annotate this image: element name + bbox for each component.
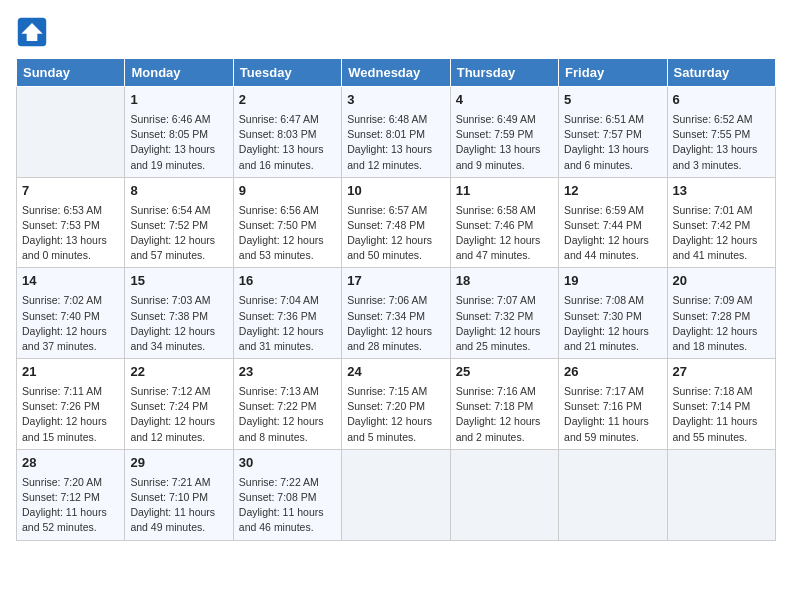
sunrise-text: Sunrise: 6:46 AM [130,112,227,127]
col-header-friday: Friday [559,59,667,87]
sunset-text: Sunset: 7:28 PM [673,309,770,324]
col-header-saturday: Saturday [667,59,775,87]
daylight-text: Daylight: 11 hours and 52 minutes. [22,505,119,535]
sunset-text: Sunset: 7:20 PM [347,399,444,414]
day-number: 23 [239,363,336,382]
sunset-text: Sunset: 7:42 PM [673,218,770,233]
day-cell: 7Sunrise: 6:53 AMSunset: 7:53 PMDaylight… [17,177,125,268]
daylight-text: Daylight: 12 hours and 41 minutes. [673,233,770,263]
day-cell: 15Sunrise: 7:03 AMSunset: 7:38 PMDayligh… [125,268,233,359]
day-cell: 26Sunrise: 7:17 AMSunset: 7:16 PMDayligh… [559,359,667,450]
day-cell: 9Sunrise: 6:56 AMSunset: 7:50 PMDaylight… [233,177,341,268]
sunrise-text: Sunrise: 6:58 AM [456,203,553,218]
sunrise-text: Sunrise: 6:48 AM [347,112,444,127]
day-cell: 25Sunrise: 7:16 AMSunset: 7:18 PMDayligh… [450,359,558,450]
daylight-text: Daylight: 12 hours and 8 minutes. [239,414,336,444]
day-number: 28 [22,454,119,473]
col-header-thursday: Thursday [450,59,558,87]
sunrise-text: Sunrise: 6:54 AM [130,203,227,218]
sunset-text: Sunset: 7:14 PM [673,399,770,414]
day-number: 16 [239,272,336,291]
sunrise-text: Sunrise: 7:06 AM [347,293,444,308]
sunset-text: Sunset: 7:57 PM [564,127,661,142]
daylight-text: Daylight: 12 hours and 28 minutes. [347,324,444,354]
daylight-text: Daylight: 12 hours and 15 minutes. [22,414,119,444]
day-number: 9 [239,182,336,201]
sunrise-text: Sunrise: 6:49 AM [456,112,553,127]
daylight-text: Daylight: 13 hours and 19 minutes. [130,142,227,172]
daylight-text: Daylight: 12 hours and 37 minutes. [22,324,119,354]
sunset-text: Sunset: 7:59 PM [456,127,553,142]
day-cell: 19Sunrise: 7:08 AMSunset: 7:30 PMDayligh… [559,268,667,359]
day-number: 2 [239,91,336,110]
sunset-text: Sunset: 7:26 PM [22,399,119,414]
sunset-text: Sunset: 8:01 PM [347,127,444,142]
sunrise-text: Sunrise: 6:59 AM [564,203,661,218]
sunset-text: Sunset: 7:44 PM [564,218,661,233]
day-cell: 11Sunrise: 6:58 AMSunset: 7:46 PMDayligh… [450,177,558,268]
day-cell: 3Sunrise: 6:48 AMSunset: 8:01 PMDaylight… [342,87,450,178]
sunset-text: Sunset: 7:53 PM [22,218,119,233]
sunset-text: Sunset: 7:34 PM [347,309,444,324]
day-cell: 1Sunrise: 6:46 AMSunset: 8:05 PMDaylight… [125,87,233,178]
sunset-text: Sunset: 7:50 PM [239,218,336,233]
sunset-text: Sunset: 7:46 PM [456,218,553,233]
day-cell: 27Sunrise: 7:18 AMSunset: 7:14 PMDayligh… [667,359,775,450]
sunrise-text: Sunrise: 7:02 AM [22,293,119,308]
sunset-text: Sunset: 7:52 PM [130,218,227,233]
sunrise-text: Sunrise: 7:03 AM [130,293,227,308]
day-cell: 30Sunrise: 7:22 AMSunset: 7:08 PMDayligh… [233,449,341,540]
day-cell [450,449,558,540]
sunset-text: Sunset: 7:32 PM [456,309,553,324]
day-cell: 21Sunrise: 7:11 AMSunset: 7:26 PMDayligh… [17,359,125,450]
sunrise-text: Sunrise: 7:21 AM [130,475,227,490]
daylight-text: Daylight: 13 hours and 16 minutes. [239,142,336,172]
day-cell: 16Sunrise: 7:04 AMSunset: 7:36 PMDayligh… [233,268,341,359]
sunset-text: Sunset: 7:36 PM [239,309,336,324]
sunset-text: Sunset: 7:18 PM [456,399,553,414]
day-number: 10 [347,182,444,201]
day-cell: 12Sunrise: 6:59 AMSunset: 7:44 PMDayligh… [559,177,667,268]
sunrise-text: Sunrise: 7:11 AM [22,384,119,399]
col-header-tuesday: Tuesday [233,59,341,87]
day-number: 15 [130,272,227,291]
sunset-text: Sunset: 7:38 PM [130,309,227,324]
daylight-text: Daylight: 13 hours and 0 minutes. [22,233,119,263]
day-number: 13 [673,182,770,201]
day-number: 14 [22,272,119,291]
logo-icon [16,16,48,48]
daylight-text: Daylight: 11 hours and 55 minutes. [673,414,770,444]
sunrise-text: Sunrise: 7:08 AM [564,293,661,308]
daylight-text: Daylight: 12 hours and 2 minutes. [456,414,553,444]
sunrise-text: Sunrise: 7:04 AM [239,293,336,308]
daylight-text: Daylight: 12 hours and 18 minutes. [673,324,770,354]
day-cell [559,449,667,540]
daylight-text: Daylight: 12 hours and 53 minutes. [239,233,336,263]
day-cell: 17Sunrise: 7:06 AMSunset: 7:34 PMDayligh… [342,268,450,359]
day-number: 18 [456,272,553,291]
sunrise-text: Sunrise: 7:22 AM [239,475,336,490]
sunset-text: Sunset: 7:12 PM [22,490,119,505]
sunrise-text: Sunrise: 7:18 AM [673,384,770,399]
logo [16,16,52,48]
week-row-1: 1Sunrise: 6:46 AMSunset: 8:05 PMDaylight… [17,87,776,178]
daylight-text: Daylight: 13 hours and 3 minutes. [673,142,770,172]
sunset-text: Sunset: 8:03 PM [239,127,336,142]
sunset-text: Sunset: 7:16 PM [564,399,661,414]
day-number: 21 [22,363,119,382]
day-number: 4 [456,91,553,110]
day-cell: 23Sunrise: 7:13 AMSunset: 7:22 PMDayligh… [233,359,341,450]
day-cell: 13Sunrise: 7:01 AMSunset: 7:42 PMDayligh… [667,177,775,268]
week-row-2: 7Sunrise: 6:53 AMSunset: 7:53 PMDaylight… [17,177,776,268]
day-number: 8 [130,182,227,201]
sunrise-text: Sunrise: 7:07 AM [456,293,553,308]
sunrise-text: Sunrise: 6:57 AM [347,203,444,218]
day-cell: 24Sunrise: 7:15 AMSunset: 7:20 PMDayligh… [342,359,450,450]
daylight-text: Daylight: 12 hours and 5 minutes. [347,414,444,444]
sunrise-text: Sunrise: 7:17 AM [564,384,661,399]
col-header-monday: Monday [125,59,233,87]
daylight-text: Daylight: 11 hours and 49 minutes. [130,505,227,535]
daylight-text: Daylight: 12 hours and 47 minutes. [456,233,553,263]
daylight-text: Daylight: 13 hours and 12 minutes. [347,142,444,172]
day-cell: 4Sunrise: 6:49 AMSunset: 7:59 PMDaylight… [450,87,558,178]
